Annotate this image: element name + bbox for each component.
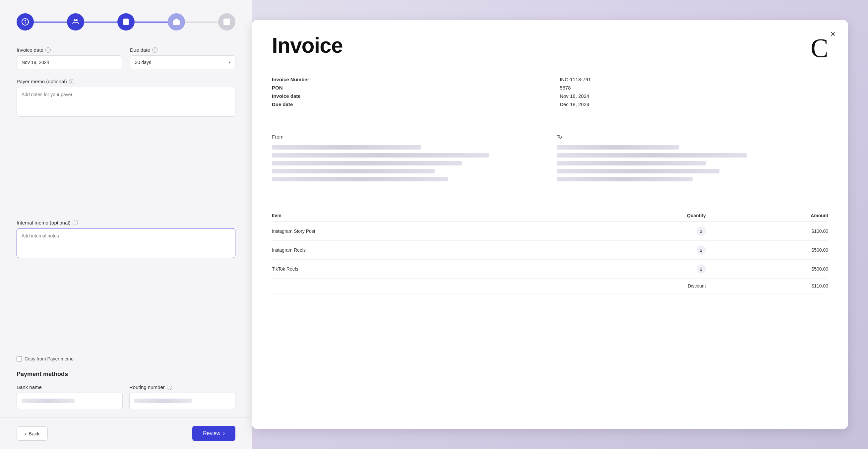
stepper [17, 13, 236, 31]
left-panel: Invoice date i Due date i 30 days 15 day… [0, 0, 252, 449]
pon-label: PON [272, 85, 547, 91]
bank-name-group: Bank name [17, 384, 123, 409]
svg-point-0 [25, 20, 26, 21]
internal-memo-label: Internal memo (optional) i [17, 220, 236, 226]
invoice-title: Invoice [272, 33, 343, 58]
inv-date-value: Nov 18, 2024 [560, 93, 828, 99]
payer-memo-label: Payer memo (optional) i [17, 79, 236, 84]
inv-date-label: Invoice date [272, 93, 547, 99]
invoice-meta: Invoice Number INC-1118-791 PON 5678 Inv… [272, 77, 828, 107]
item-name-2: Instagram Reels [272, 241, 574, 260]
copy-checkbox-label[interactable]: Copy from Payer memo [25, 356, 73, 361]
invoice-date-label: Invoice date i [17, 47, 122, 53]
chevron-left-icon: ‹ [25, 431, 27, 437]
copy-from-payer-checkbox[interactable] [17, 356, 22, 361]
table-row: Instagram Reels 2 $500.00 [272, 241, 828, 260]
item-qty-3: 2 [574, 260, 706, 278]
back-button[interactable]: ‹ Back [17, 426, 48, 441]
item-qty-2: 2 [574, 241, 706, 260]
step-line-1 [34, 22, 67, 23]
bank-name-label: Bank name [17, 384, 123, 390]
internal-memo-info-icon[interactable]: i [72, 220, 78, 225]
to-section: To [557, 134, 828, 181]
to-label: To [557, 134, 828, 140]
table-row: Instagram Story Post 2 $100.00 [272, 222, 828, 241]
chevron-right-icon: › [223, 430, 225, 437]
due-date-select-wrapper: 30 days 15 days 45 days 60 days Custom ▾ [130, 55, 236, 69]
routing-info-icon[interactable]: i [167, 385, 172, 390]
due-date-info-icon[interactable]: i [152, 48, 157, 53]
svg-rect-1 [25, 22, 26, 24]
invoice-number-value: INC-1118-791 [560, 77, 828, 82]
date-row: Invoice date i Due date i 30 days 15 day… [17, 47, 236, 69]
copy-checkbox-row: Copy from Payer memo [17, 356, 236, 361]
step-5[interactable] [218, 13, 236, 31]
from-to-row: From To [272, 134, 828, 181]
invoice-date-group: Invoice date i [17, 47, 122, 69]
routing-number-label: Routing number i [129, 384, 236, 390]
invoice-header: Invoice C [272, 33, 828, 63]
step-1[interactable] [17, 13, 34, 31]
item-amount-2: $500.00 [706, 241, 828, 260]
invoice-number-label: Invoice Number [272, 77, 547, 82]
payer-memo-group: Payer memo (optional) i [17, 79, 236, 212]
payer-memo-info-icon[interactable]: i [69, 79, 74, 84]
to-address [557, 145, 828, 181]
inv-due-label: Due date [272, 101, 547, 107]
col-item-header: Item [272, 210, 574, 222]
svg-point-14 [225, 20, 226, 22]
invoice-divider-2 [272, 196, 828, 196]
item-qty-1: 2 [574, 222, 706, 241]
bottom-bar: ‹ Back Review › [0, 418, 252, 449]
due-date-group: Due date i 30 days 15 days 45 days 60 da… [130, 47, 236, 69]
payment-methods-title: Payment methods [17, 371, 236, 378]
col-amount-header: Amount [706, 210, 828, 222]
inv-due-value: Dec 18, 2024 [560, 101, 828, 107]
svg-point-3 [73, 19, 75, 21]
invoice-logo: C [811, 33, 828, 63]
item-name-1: Instagram Story Post [272, 222, 574, 241]
step-line-4 [185, 22, 218, 23]
svg-point-4 [75, 19, 78, 21]
routing-number-group: Routing number i [129, 384, 236, 409]
due-date-label: Due date i [130, 47, 236, 53]
discount-value: $110.00 [706, 278, 828, 294]
step-line-2 [84, 22, 117, 23]
payer-memo-input[interactable] [17, 87, 236, 117]
pon-value: 5678 [560, 85, 828, 91]
routing-number-input[interactable] [129, 393, 236, 409]
close-button[interactable]: × [827, 28, 839, 40]
review-button[interactable]: Review › [192, 426, 236, 441]
internal-memo-input[interactable] [17, 228, 236, 258]
from-section: From [272, 134, 544, 181]
step-2[interactable] [67, 13, 84, 31]
step-4[interactable] [168, 13, 185, 31]
from-label: From [272, 134, 544, 140]
bank-fields-row: Bank name Routing number i [17, 384, 236, 409]
discount-row: Discount $110.00 [272, 278, 828, 294]
due-date-select[interactable]: 30 days 15 days 45 days 60 days Custom [130, 55, 236, 69]
item-name-3: TikTok Reels [272, 260, 574, 278]
col-qty-header: Quantity [574, 210, 706, 222]
step-line-3 [134, 22, 168, 23]
items-table: Item Quantity Amount Instagram Story Pos… [272, 210, 828, 294]
discount-label [272, 278, 574, 294]
table-row: TikTok Reels 2 $500.00 [272, 260, 828, 278]
invoice-divider-1 [272, 127, 828, 127]
from-address [272, 145, 544, 181]
bank-name-input[interactable] [17, 393, 123, 409]
internal-memo-group: Internal memo (optional) i [17, 220, 236, 353]
discount-text: Discount [574, 278, 706, 294]
step-3[interactable] [117, 13, 134, 31]
item-amount-3: $500.00 [706, 260, 828, 278]
invoice-date-info-icon[interactable]: i [45, 48, 51, 53]
item-amount-1: $100.00 [706, 222, 828, 241]
invoice-date-input[interactable] [17, 55, 122, 69]
invoice-preview-panel: × Invoice C Invoice Number INC-1118-791 … [252, 20, 848, 429]
